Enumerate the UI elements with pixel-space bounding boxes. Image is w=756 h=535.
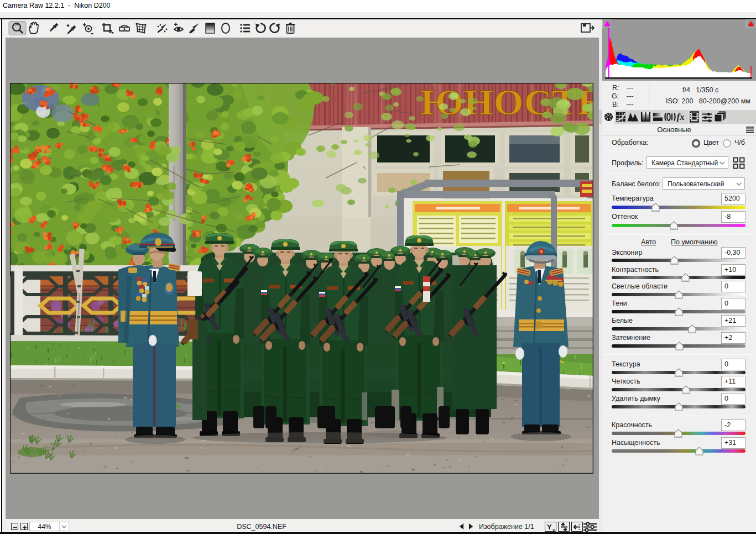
svg-text:fx: fx (677, 112, 685, 122)
svg-text:Y: Y (547, 523, 552, 531)
svg-text:Изображение 1/1: Изображение 1/1 (479, 523, 534, 531)
